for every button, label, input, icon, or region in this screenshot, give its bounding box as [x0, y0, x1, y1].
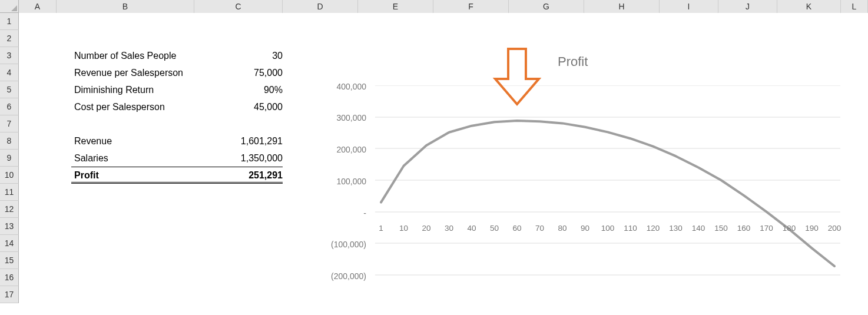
- row-header-6[interactable]: 6: [0, 98, 19, 115]
- cell-B10[interactable]: Profit: [74, 167, 212, 184]
- column-headers: ABCDEFGHIJKL: [0, 0, 868, 13]
- row-header-11[interactable]: 11: [0, 184, 19, 201]
- y-tick: 400,000: [319, 82, 366, 91]
- x-tick: 20: [415, 224, 438, 233]
- down-arrow-annotation: [491, 47, 544, 108]
- cell-B3[interactable]: Number of Sales People: [74, 47, 212, 64]
- y-tick: 200,000: [319, 145, 366, 154]
- row-header-4[interactable]: 4: [0, 64, 19, 81]
- row-header-10[interactable]: 10: [0, 167, 19, 184]
- x-tick: 70: [529, 224, 551, 233]
- row-header-12[interactable]: 12: [0, 201, 19, 218]
- row-header-9[interactable]: 9: [0, 150, 19, 167]
- row-header-2[interactable]: 2: [0, 30, 19, 47]
- cell-C5[interactable]: 90%: [194, 81, 283, 98]
- column-header-A[interactable]: A: [19, 0, 57, 13]
- x-tick: 80: [551, 224, 574, 233]
- column-header-H[interactable]: H: [584, 0, 660, 13]
- spreadsheet-grid: ABCDEFGHIJKL 1234567891011121314151617 N…: [0, 0, 868, 315]
- column-header-C[interactable]: C: [194, 0, 283, 13]
- x-tick: 110: [619, 224, 642, 233]
- row-headers: 1234567891011121314151617: [0, 13, 19, 303]
- column-header-G[interactable]: G: [509, 0, 584, 13]
- cell-area[interactable]: Number of Sales People 30 Revenue per Sa…: [19, 13, 868, 315]
- x-tick: 30: [438, 224, 460, 233]
- x-tick: 10: [393, 224, 415, 233]
- column-header-B[interactable]: B: [57, 0, 194, 13]
- cell-B5[interactable]: Diminishing Return: [74, 81, 212, 98]
- x-tick: 170: [756, 224, 778, 233]
- cell-C9[interactable]: 1,350,000: [194, 150, 283, 167]
- row-header-7[interactable]: 7: [0, 115, 19, 132]
- row-header-14[interactable]: 14: [0, 235, 19, 252]
- row-header-15[interactable]: 15: [0, 252, 19, 269]
- profit-chart[interactable]: 400,000 300,000 200,000 100,000 - (100,0…: [319, 81, 849, 293]
- y-tick: 100,000: [319, 177, 366, 186]
- y-tick: (200,000): [319, 271, 366, 281]
- cell-B6[interactable]: Cost per Salesperson: [74, 98, 212, 115]
- column-header-E[interactable]: E: [358, 0, 433, 13]
- row-header-13[interactable]: 13: [0, 218, 19, 235]
- row-header-8[interactable]: 8: [0, 132, 19, 150]
- row-header-1[interactable]: 1: [0, 13, 19, 30]
- x-tick: 190: [801, 224, 823, 233]
- x-tick: 200: [823, 224, 846, 233]
- column-header-J[interactable]: J: [718, 0, 777, 13]
- select-all-corner[interactable]: [0, 0, 19, 13]
- cell-C3[interactable]: 30: [194, 47, 283, 64]
- column-header-D[interactable]: D: [283, 0, 358, 13]
- x-tick: 130: [665, 224, 687, 233]
- cell-C10[interactable]: 251,291: [194, 167, 283, 184]
- cell-C4[interactable]: 75,000: [194, 64, 283, 81]
- y-tick: (100,000): [319, 240, 366, 249]
- y-tick: -: [319, 208, 366, 218]
- cell-C6[interactable]: 45,000: [194, 98, 283, 115]
- cell-B9[interactable]: Salaries: [74, 150, 212, 167]
- cell-B4[interactable]: Revenue per Salesperson: [74, 64, 212, 81]
- row-header-16[interactable]: 16: [0, 269, 19, 286]
- x-tick: 140: [687, 224, 710, 233]
- x-tick: 40: [460, 224, 483, 233]
- y-tick: 300,000: [319, 113, 366, 122]
- x-tick: 1: [370, 224, 392, 233]
- x-tick: 120: [642, 224, 664, 233]
- x-tick: 180: [778, 224, 800, 233]
- column-header-K[interactable]: K: [777, 0, 841, 13]
- x-tick: 90: [574, 224, 597, 233]
- cell-C8[interactable]: 1,601,291: [194, 132, 283, 150]
- row-header-17[interactable]: 17: [0, 286, 19, 303]
- column-header-L[interactable]: L: [841, 0, 868, 13]
- row-header-3[interactable]: 3: [0, 47, 19, 64]
- row-header-5[interactable]: 5: [0, 81, 19, 98]
- cell-B8[interactable]: Revenue: [74, 132, 212, 150]
- x-tick: 100: [597, 224, 619, 233]
- chart-title: Profit: [558, 54, 588, 69]
- x-tick: 60: [506, 224, 528, 233]
- x-tick: 150: [710, 224, 733, 233]
- chart-plot-area: [375, 85, 840, 283]
- column-header-F[interactable]: F: [433, 0, 509, 13]
- x-tick: 160: [733, 224, 755, 233]
- column-header-I[interactable]: I: [660, 0, 718, 13]
- x-tick: 50: [483, 224, 506, 233]
- x-axis-labels: 1102030405060708090100110120130140150160…: [375, 224, 840, 236]
